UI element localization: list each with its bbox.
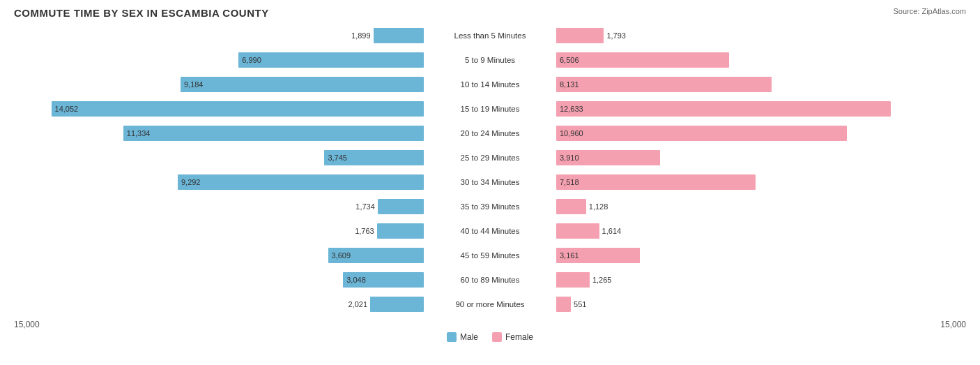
row-label: 45 to 59 Minutes [424, 251, 556, 260]
male-bar: 3,745 [324, 150, 424, 165]
legend-female: Female [492, 332, 533, 342]
left-col: 9,184 [14, 77, 424, 92]
right-col: 12,633 [556, 101, 966, 117]
legend-male-label: Male [460, 332, 478, 342]
female-value: 1,793 [606, 31, 626, 40]
female-bar [556, 272, 590, 288]
right-col: 1,793 [556, 28, 966, 43]
female-bar [556, 223, 599, 239]
left-col: 1,763 [14, 223, 424, 239]
chart-container: COMMUTE TIME BY SEX IN ESCAMBIA COUNTY S… [14, 7, 966, 342]
row-label: 10 to 14 Minutes [424, 80, 556, 89]
female-bar: 3,910 [556, 150, 660, 165]
female-bar: 6,506 [556, 52, 729, 68]
left-col: 3,745 [14, 150, 424, 165]
left-col: 3,609 [14, 248, 424, 263]
right-col: 3,161 [556, 248, 966, 263]
female-bar [556, 28, 604, 43]
male-bar: 3,609 [328, 248, 424, 263]
left-col: 2,021 [14, 297, 424, 312]
male-value: 9,184 [184, 80, 204, 89]
chart-body: 1,899Less than 5 Minutes1,7936,9905 to 9… [14, 24, 966, 315]
chart-row: 11,33420 to 24 Minutes10,960 [14, 122, 966, 144]
axis-left-label: 15,000 [14, 320, 424, 329]
female-value: 6,506 [560, 56, 579, 64]
row-label: 20 to 24 Minutes [424, 129, 556, 137]
right-col: 1,265 [556, 272, 966, 288]
male-bar: 3,048 [343, 272, 424, 288]
chart-row: 3,04860 to 89 Minutes1,265 [14, 269, 966, 291]
female-bar: 8,131 [556, 77, 772, 92]
female-value: 1,128 [589, 202, 608, 211]
male-value: 3,609 [332, 251, 351, 260]
left-col: 14,052 [14, 101, 424, 117]
right-col: 1,614 [556, 223, 966, 239]
female-bar: 10,960 [556, 126, 847, 141]
male-bar [378, 199, 424, 214]
male-value: 1,734 [355, 202, 375, 211]
left-col: 6,990 [14, 52, 424, 68]
legend-male-icon [447, 332, 457, 342]
right-col: 7,518 [556, 174, 966, 190]
right-col: 10,960 [556, 126, 966, 141]
female-bar [556, 297, 571, 312]
right-col: 1,128 [556, 199, 966, 214]
chart-row: 1,899Less than 5 Minutes1,793 [14, 24, 966, 47]
axis-right-label: 15,000 [556, 320, 966, 329]
left-col: 3,048 [14, 272, 424, 288]
row-label: 40 to 44 Minutes [424, 227, 556, 235]
female-value: 551 [574, 300, 586, 308]
male-bar: 9,184 [181, 77, 424, 92]
right-col: 551 [556, 297, 966, 312]
left-col: 1,734 [14, 199, 424, 214]
axis-center-spacer [424, 320, 556, 329]
legend-male: Male [447, 332, 478, 342]
source-text: Source: ZipAtlas.com [893, 7, 966, 15]
chart-row: 3,60945 to 59 Minutes3,161 [14, 244, 966, 267]
male-bar: 6,990 [238, 52, 424, 68]
male-value: 9,292 [181, 178, 201, 186]
male-value: 3,745 [328, 154, 347, 162]
male-bar [370, 297, 424, 312]
male-bar: 9,292 [178, 174, 424, 190]
chart-row: 3,74525 to 29 Minutes3,910 [14, 147, 966, 169]
row-label: Less than 5 Minutes [424, 31, 556, 40]
male-bar [377, 223, 424, 239]
chart-row: 2,02190 or more Minutes551 [14, 293, 966, 315]
female-value: 1,265 [592, 276, 612, 284]
male-value: 11,334 [127, 129, 151, 137]
row-label: 90 or more Minutes [424, 300, 556, 308]
row-label: 25 to 29 Minutes [424, 154, 556, 162]
male-bar [374, 28, 424, 43]
female-value: 10,960 [560, 129, 583, 137]
male-value: 1,763 [355, 227, 374, 235]
female-value: 12,633 [560, 105, 583, 113]
chart-row: 6,9905 to 9 Minutes6,506 [14, 49, 966, 71]
left-col: 1,899 [14, 28, 424, 43]
male-value: 6,990 [242, 56, 261, 64]
male-value: 3,048 [346, 276, 366, 284]
female-value: 1,614 [602, 227, 622, 235]
legend-female-icon [492, 332, 502, 342]
right-col: 3,910 [556, 150, 966, 165]
row-label: 60 to 89 Minutes [424, 276, 556, 284]
male-bar: 14,052 [52, 101, 424, 117]
chart-row: 9,29230 to 34 Minutes7,518 [14, 171, 966, 193]
row-label: 15 to 19 Minutes [424, 105, 556, 113]
female-value: 7,518 [560, 178, 579, 186]
right-col: 8,131 [556, 77, 966, 92]
chart-title: COMMUTE TIME BY SEX IN ESCAMBIA COUNTY [14, 7, 966, 19]
right-col: 6,506 [556, 52, 966, 68]
female-value: 3,910 [560, 154, 579, 162]
row-label: 35 to 39 Minutes [424, 202, 556, 211]
chart-row: 14,05215 to 19 Minutes12,633 [14, 98, 966, 120]
male-bar: 11,334 [123, 126, 424, 141]
row-label: 30 to 34 Minutes [424, 178, 556, 186]
chart-row: 9,18410 to 14 Minutes8,131 [14, 73, 966, 96]
left-col: 9,292 [14, 174, 424, 190]
male-value: 2,021 [348, 300, 367, 308]
row-label: 5 to 9 Minutes [424, 56, 556, 64]
female-bar: 7,518 [556, 174, 756, 190]
legend: Male Female [14, 332, 966, 342]
left-col: 11,334 [14, 126, 424, 141]
